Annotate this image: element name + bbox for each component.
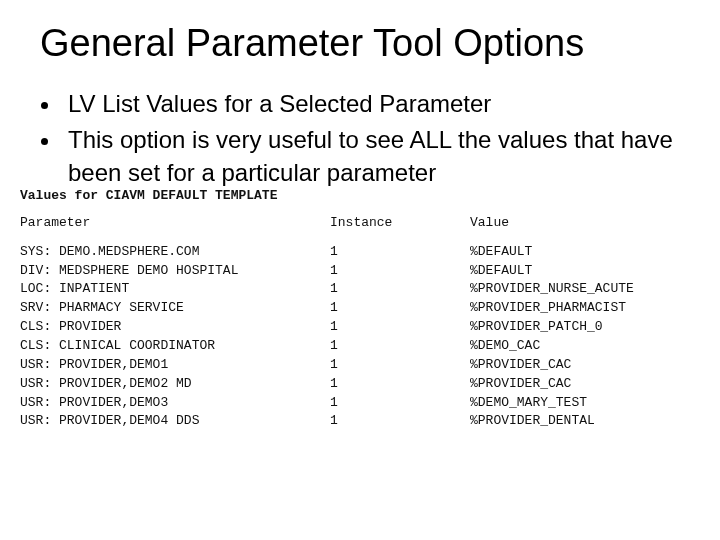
bullet-item: LV List Values for a Selected Parameter — [62, 88, 680, 120]
terminal-row: SRV: PHARMACY SERVICE1%PROVIDER_PHARMACI… — [20, 299, 680, 318]
cell-parameter: CLS: CLINICAL COORDINATOR — [20, 337, 330, 356]
cell-parameter: USR: PROVIDER,DEMO4 DDS — [20, 412, 330, 431]
terminal-row: LOC: INPATIENT1%PROVIDER_NURSE_ACUTE — [20, 280, 680, 299]
terminal-row: CLS: PROVIDER1%PROVIDER_PATCH_0 — [20, 318, 680, 337]
terminal-row: USR: PROVIDER,DEMO2 MD1%PROVIDER_CAC — [20, 375, 680, 394]
bullet-item: This option is very useful to see ALL th… — [62, 124, 680, 189]
cell-instance: 1 — [330, 262, 470, 281]
slide: General Parameter Tool Options LV List V… — [0, 0, 720, 540]
terminal-row: DIV: MEDSPHERE DEMO HOSPITAL1%DEFAULT — [20, 262, 680, 281]
cell-value: %PROVIDER_NURSE_ACUTE — [470, 280, 680, 299]
cell-value: %DEFAULT — [470, 243, 680, 262]
terminal-row: SYS: DEMO.MEDSPHERE.COM1%DEFAULT — [20, 243, 680, 262]
terminal-row: USR: PROVIDER,DEMO11%PROVIDER_CAC — [20, 356, 680, 375]
bullet-list: LV List Values for a Selected Parameter … — [40, 88, 680, 189]
cell-instance: 1 — [330, 318, 470, 337]
cell-instance: 1 — [330, 299, 470, 318]
cell-parameter: LOC: INPATIENT — [20, 280, 330, 299]
cell-instance: 1 — [330, 375, 470, 394]
cell-instance: 1 — [330, 280, 470, 299]
terminal-row: USR: PROVIDER,DEMO4 DDS1%PROVIDER_DENTAL — [20, 412, 680, 431]
col-header-value: Value — [470, 214, 680, 233]
terminal-columns-header: Parameter Instance Value — [20, 214, 680, 233]
cell-parameter: SRV: PHARMACY SERVICE — [20, 299, 330, 318]
terminal-row: USR: PROVIDER,DEMO31%DEMO_MARY_TEST — [20, 394, 680, 413]
cell-value: %DEMO_CAC — [470, 337, 680, 356]
cell-instance: 1 — [330, 412, 470, 431]
cell-instance: 1 — [330, 356, 470, 375]
cell-value: %DEMO_MARY_TEST — [470, 394, 680, 413]
terminal-header: Values for CIAVM DEFAULT TEMPLATE — [20, 187, 680, 206]
cell-value: %PROVIDER_PHARMACIST — [470, 299, 680, 318]
cell-value: %DEFAULT — [470, 262, 680, 281]
col-header-instance: Instance — [330, 214, 470, 233]
cell-instance: 1 — [330, 394, 470, 413]
cell-instance: 1 — [330, 243, 470, 262]
col-header-parameter: Parameter — [20, 214, 330, 233]
terminal-output: Values for CIAVM DEFAULT TEMPLATE Parame… — [20, 187, 680, 431]
cell-value: %PROVIDER_CAC — [470, 356, 680, 375]
cell-value: %PROVIDER_CAC — [470, 375, 680, 394]
cell-parameter: USR: PROVIDER,DEMO2 MD — [20, 375, 330, 394]
cell-parameter: SYS: DEMO.MEDSPHERE.COM — [20, 243, 330, 262]
cell-instance: 1 — [330, 337, 470, 356]
cell-parameter: DIV: MEDSPHERE DEMO HOSPITAL — [20, 262, 330, 281]
cell-value: %PROVIDER_PATCH_0 — [470, 318, 680, 337]
terminal-row: CLS: CLINICAL COORDINATOR1%DEMO_CAC — [20, 337, 680, 356]
terminal-rows: SYS: DEMO.MEDSPHERE.COM1%DEFAULTDIV: MED… — [20, 243, 680, 431]
cell-parameter: USR: PROVIDER,DEMO1 — [20, 356, 330, 375]
cell-parameter: CLS: PROVIDER — [20, 318, 330, 337]
slide-title: General Parameter Tool Options — [40, 24, 680, 64]
cell-parameter: USR: PROVIDER,DEMO3 — [20, 394, 330, 413]
cell-value: %PROVIDER_DENTAL — [470, 412, 680, 431]
